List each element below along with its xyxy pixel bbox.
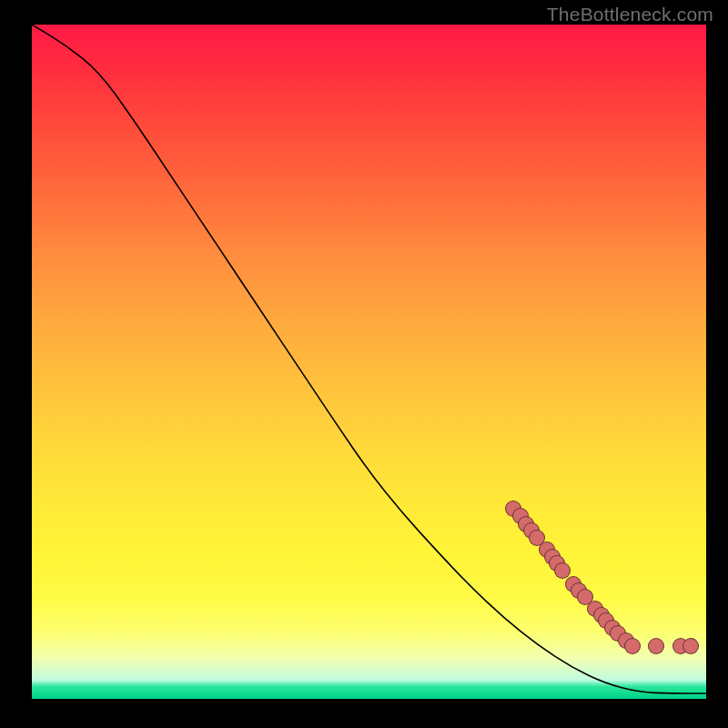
background-gradient [32, 25, 706, 699]
plot-area [32, 25, 706, 699]
highlight-dot [624, 638, 641, 654]
chart-container: TheBottleneck.com [0, 0, 728, 728]
watermark-text: TheBottleneck.com [547, 4, 713, 25]
highlight-dot [682, 638, 699, 654]
